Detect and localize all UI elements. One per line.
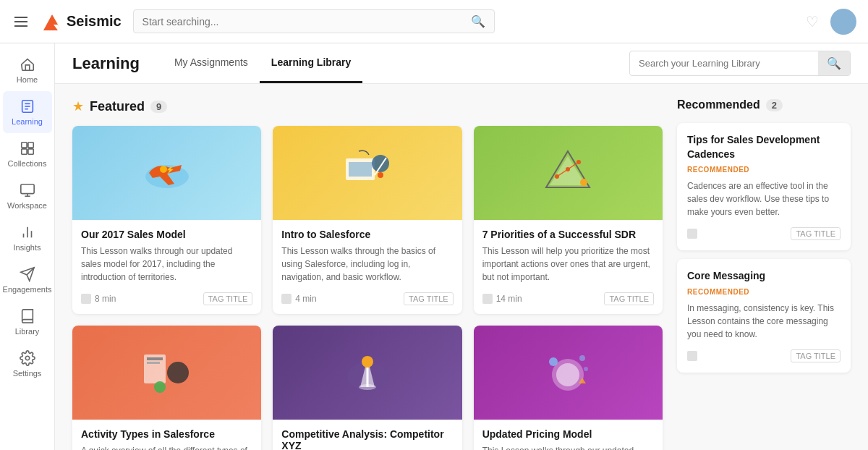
sidebar-item-home[interactable]: Home bbox=[3, 49, 52, 91]
rec-2-tag[interactable]: TAG TITLE bbox=[791, 349, 841, 362]
collections-icon bbox=[20, 140, 35, 156]
card-6-desc: This Lesson walks through our updated pr… bbox=[482, 444, 654, 450]
page-header: Learning My Assignments Learning Library… bbox=[55, 43, 868, 84]
recommended-title: Recommended bbox=[677, 98, 760, 111]
sidebar-label-workspace: Workspace bbox=[7, 201, 47, 210]
rec-1-book-icon bbox=[687, 229, 697, 239]
card-1-title: Our 2017 Sales Model bbox=[81, 229, 252, 240]
svg-marker-0 bbox=[43, 14, 58, 30]
rec-card-2-badge: RECOMMENDED bbox=[687, 288, 841, 296]
insights-icon bbox=[20, 224, 35, 240]
featured-card-6[interactable]: 🐷 Updated Pricing Model This Lesson walk… bbox=[474, 326, 663, 450]
global-search-input[interactable] bbox=[142, 16, 465, 27]
svg-point-42 bbox=[362, 356, 373, 368]
rec-card-1-title: Tips for Sales Development Cadences bbox=[687, 133, 841, 161]
page-title: Learning bbox=[72, 54, 140, 73]
sidebar-item-engagements[interactable]: Engagements bbox=[3, 259, 52, 301]
card-3-tag[interactable]: TAG TITLE bbox=[604, 292, 654, 305]
card-5-title: Competitive Analysis: Competitor XYZ bbox=[281, 428, 453, 450]
featured-card-2[interactable]: Intro to Salesforce This Lesson walks th… bbox=[273, 126, 461, 314]
recommended-panel: Recommended 2 Tips for Sales Development… bbox=[677, 98, 851, 450]
featured-card-1[interactable]: ⚡ Our 2017 Sales Model This Lesson walks… bbox=[72, 126, 261, 314]
sidebar-item-insights[interactable]: Insights bbox=[3, 217, 52, 259]
card-2-tag[interactable]: TAG TITLE bbox=[404, 292, 454, 305]
card-2-body: Intro to Salesforce This Lesson walks th… bbox=[273, 220, 461, 314]
rec-card-1[interactable]: Tips for Sales Development Cadences RECO… bbox=[677, 123, 851, 250]
svg-rect-35 bbox=[147, 357, 163, 360]
featured-card-3[interactable]: 7 Priorities of a Successful SDR This Le… bbox=[474, 126, 663, 314]
featured-card-5[interactable]: Competitive Analysis: Competitor XYZ Thi… bbox=[273, 326, 461, 450]
svg-point-44 bbox=[359, 384, 376, 390]
rec-card-1-desc: Cadences are an effective tool in the sa… bbox=[687, 179, 841, 218]
rec-card-1-badge: RECOMMENDED bbox=[687, 166, 841, 174]
svg-point-26 bbox=[378, 172, 383, 178]
sidebar-item-workspace[interactable]: Workspace bbox=[3, 175, 52, 217]
svg-point-33 bbox=[580, 179, 587, 186]
card-2-title: Intro to Salesforce bbox=[281, 229, 453, 240]
svg-point-30 bbox=[555, 174, 559, 179]
card-1-image: ⚡ bbox=[72, 126, 261, 220]
svg-point-46 bbox=[556, 363, 579, 386]
featured-cards-grid: ⚡ Our 2017 Sales Model This Lesson walks… bbox=[72, 126, 663, 450]
tab-learning-library[interactable]: Learning Library bbox=[260, 43, 362, 83]
card-5-body: Competitive Analysis: Competitor XYZ Thi… bbox=[273, 420, 461, 450]
svg-rect-8 bbox=[21, 149, 26, 154]
library-search-button[interactable]: 🔍 bbox=[818, 51, 850, 75]
card-4-body: Activity Types in Salesforce A quick ove… bbox=[72, 420, 261, 450]
svg-point-24 bbox=[372, 155, 389, 172]
card-3-body: 7 Priorities of a Successful SDR This Le… bbox=[474, 220, 663, 314]
library-search[interactable]: 🔍 bbox=[629, 51, 851, 76]
card-2-footer: 4 min TAG TITLE bbox=[281, 292, 453, 305]
tab-assignments[interactable]: My Assignments bbox=[163, 43, 260, 83]
favorites-icon[interactable]: ♡ bbox=[806, 13, 819, 30]
svg-point-37 bbox=[167, 362, 189, 383]
topbar: Seismic 🔍 ♡ bbox=[0, 0, 868, 43]
content-area: ★ Featured 9 ⚡ bbox=[55, 84, 868, 450]
sidebar-label-collections: Collections bbox=[8, 159, 47, 168]
logo-text: Seismic bbox=[67, 13, 122, 30]
rec-card-2[interactable]: Core Messaging RECOMMENDED In messaging,… bbox=[677, 259, 851, 373]
card-1-body: Our 2017 Sales Model This Lesson walks t… bbox=[72, 220, 261, 314]
user-avatar[interactable] bbox=[830, 9, 856, 35]
rec-card-2-desc: In messaging, consistency is key. This L… bbox=[687, 302, 841, 341]
featured-card-4[interactable]: 😊 % Activity Types in Salesforce A quick… bbox=[72, 326, 261, 450]
svg-point-50 bbox=[584, 367, 588, 371]
card-4-image: 😊 % bbox=[72, 326, 261, 420]
topbar-right: ♡ bbox=[806, 9, 856, 35]
card-3-desc: This Lesson will help you prioritize the… bbox=[482, 245, 654, 284]
main-content: Learning My Assignments Learning Library… bbox=[55, 43, 868, 450]
svg-rect-23 bbox=[349, 162, 372, 177]
card-3-image bbox=[474, 126, 663, 220]
global-search-icon: 🔍 bbox=[471, 14, 485, 28]
card-1-footer: 8 min TAG TITLE bbox=[81, 292, 252, 305]
engagements-icon bbox=[20, 266, 35, 282]
sidebar-item-learning[interactable]: Learning bbox=[3, 91, 52, 133]
card-1-time: 8 min bbox=[81, 294, 116, 304]
featured-section: ★ Featured 9 ⚡ bbox=[72, 98, 663, 450]
sidebar-label-insights: Insights bbox=[14, 243, 41, 252]
hamburger-menu[interactable] bbox=[12, 14, 30, 30]
rec-1-tag[interactable]: TAG TITLE bbox=[791, 227, 841, 240]
sidebar-item-settings[interactable]: Settings bbox=[3, 343, 52, 385]
nav-tabs: My Assignments Learning Library bbox=[163, 43, 362, 83]
clock-icon-3 bbox=[482, 294, 493, 304]
featured-header: ★ Featured 9 bbox=[72, 98, 663, 114]
svg-rect-10 bbox=[20, 184, 33, 194]
workspace-icon bbox=[20, 182, 35, 198]
featured-title: Featured bbox=[90, 99, 145, 114]
sidebar-label-library: Library bbox=[15, 327, 40, 336]
library-search-input[interactable] bbox=[630, 53, 818, 74]
featured-star-icon: ★ bbox=[72, 98, 84, 114]
svg-point-32 bbox=[576, 160, 581, 164]
sidebar-item-collections[interactable]: Collections bbox=[3, 133, 52, 175]
card-5-image bbox=[273, 326, 461, 420]
card-4-title: Activity Types in Salesforce bbox=[81, 428, 252, 440]
global-search-bar[interactable]: 🔍 bbox=[133, 9, 495, 33]
sidebar-item-library[interactable]: Library bbox=[3, 301, 52, 343]
svg-point-18 bbox=[25, 356, 30, 360]
library-icon bbox=[20, 308, 35, 324]
rec-2-book-icon bbox=[687, 351, 697, 361]
sidebar-label-home: Home bbox=[17, 75, 38, 84]
card-1-tag[interactable]: TAG TITLE bbox=[203, 292, 253, 305]
logo[interactable]: Seismic bbox=[42, 12, 122, 32]
